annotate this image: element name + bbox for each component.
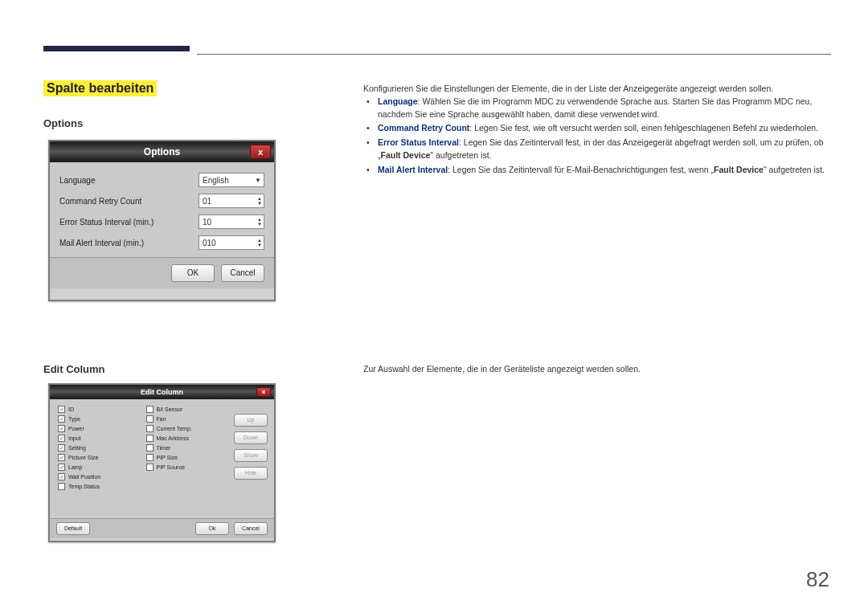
list-item[interactable]: ✓Picture Size <box>58 454 140 461</box>
checkbox[interactable]: ✓ <box>58 444 65 452</box>
bullet-error-status: Error Status Interval: Legen Sie das Zei… <box>378 137 829 162</box>
list-item[interactable]: ✓Input <box>58 435 140 442</box>
list-item-label: PIP Size <box>157 455 178 460</box>
list-item-label: PIP Source <box>157 464 185 470</box>
option-row-language: Language English▼ <box>59 170 264 190</box>
list-item-label: Type <box>68 416 80 422</box>
options-heading: Options <box>43 117 83 129</box>
editcolumn-dialog-title: Edit Column <box>141 388 183 396</box>
error-interval-spinner[interactable]: 10▲▼ <box>199 215 264 229</box>
ok-button[interactable]: OK <box>171 264 215 282</box>
list-item[interactable]: ✓Wall Position <box>58 473 140 480</box>
list-item[interactable]: Temp.Status <box>58 483 140 490</box>
list-item[interactable]: PIP Size <box>146 454 228 461</box>
list-item-label: Power <box>68 426 84 431</box>
editcolumn-list-left: ✓ID✓Type✓Power✓Input✓Setting✓Picture Siz… <box>58 406 140 515</box>
section-title: Spalte bearbeiten <box>43 80 157 96</box>
checkbox[interactable]: ✓ <box>58 464 65 471</box>
header-accent-bar <box>43 46 190 51</box>
list-item-label: Picture Size <box>68 455 98 460</box>
checkbox[interactable]: ✓ <box>58 406 65 413</box>
list-item[interactable]: Fan <box>146 415 228 423</box>
spinner-icon: ▲▼ <box>257 238 262 247</box>
checkbox[interactable] <box>146 435 154 442</box>
checkbox[interactable] <box>146 425 154 432</box>
list-item[interactable]: PIP Source <box>146 464 228 471</box>
chevron-down-icon: ▼ <box>255 177 261 184</box>
checkbox[interactable] <box>146 454 154 461</box>
editcolumn-heading: Edit Column <box>43 363 105 375</box>
list-item[interactable]: ✓Power <box>58 425 140 432</box>
checkbox[interactable] <box>146 444 154 452</box>
checkbox[interactable]: ✓ <box>58 435 65 442</box>
close-button[interactable]: x <box>250 145 271 159</box>
list-item-label: ID <box>68 407 74 412</box>
option-row-error-interval: Error Status Interval (min.) 10▲▼ <box>59 212 264 231</box>
page-number: 82 <box>806 567 829 592</box>
option-row-retry: Command Retry Count 01▲▼ <box>59 191 264 210</box>
list-item-label: Timer <box>157 445 171 451</box>
checkbox[interactable] <box>146 415 154 423</box>
bullet-language: Language: Wählen Sie die im Programm MDC… <box>378 96 829 121</box>
checkbox[interactable] <box>58 483 65 490</box>
list-item-label: B/I Sensor <box>157 407 183 412</box>
checkbox[interactable] <box>146 464 154 471</box>
retry-spinner[interactable]: 01▲▼ <box>199 194 264 208</box>
header-divider <box>197 54 831 55</box>
checkbox[interactable]: ✓ <box>58 415 65 423</box>
spinner-icon: ▲▼ <box>257 217 262 227</box>
list-item[interactable]: ✓Setting <box>58 444 140 452</box>
editcolumn-dialog: Edit Column x ✓ID✓Type✓Power✓Input✓Setti… <box>48 383 276 542</box>
options-intro: Konfigurieren Sie die Einstellungen der … <box>363 83 829 96</box>
mail-interval-spinner[interactable]: 010▲▼ <box>199 235 264 250</box>
editcolumn-titlebar: Edit Column x <box>50 385 274 399</box>
list-item-label: Lamp <box>68 464 83 470</box>
list-item[interactable]: Current Temp. <box>146 425 228 432</box>
editcolumn-list-right: B/I SensorFanCurrent Temp.Mac AddressTim… <box>146 406 228 515</box>
checkbox[interactable] <box>146 406 154 413</box>
bullet-command-retry: Command Retry Count: Legen Sie fest, wie… <box>378 122 829 135</box>
checkbox[interactable]: ✓ <box>58 425 65 432</box>
up-button[interactable]: Up <box>234 414 268 427</box>
close-button[interactable]: x <box>256 387 271 397</box>
cancel-button[interactable]: Cancel <box>234 522 268 535</box>
editcolumn-description: Zur Auswahl der Elemente, die in der Ger… <box>363 363 829 376</box>
list-item[interactable]: B/I Sensor <box>146 406 228 413</box>
list-item[interactable]: Mac Address <box>146 435 228 442</box>
options-dialog-titlebar: Options x <box>50 141 274 162</box>
list-item-label: Input <box>68 435 81 441</box>
option-row-mail-interval: Mail Alert Interval (min.) 010▲▼ <box>59 233 264 252</box>
down-button[interactable]: Down <box>234 431 268 444</box>
list-item-label: Temp.Status <box>68 484 100 489</box>
options-description: Konfigurieren Sie die Einstellungen der … <box>363 83 829 178</box>
list-item-label: Wall Position <box>68 474 100 480</box>
show-button[interactable]: Show <box>234 449 268 462</box>
language-dropdown[interactable]: English▼ <box>199 173 264 187</box>
ok-button[interactable]: Ok <box>195 522 229 535</box>
hide-button[interactable]: Hide <box>234 467 268 480</box>
list-item[interactable]: ✓Lamp <box>58 464 140 471</box>
editcolumn-move-buttons: Up Down Show Hide <box>234 406 268 515</box>
options-dialog: Options x Language English▼ Command Retr… <box>48 140 276 301</box>
bullet-mail-alert: Mail Alert Interval: Legen Sie das Zeiti… <box>378 164 829 177</box>
list-item-label: Setting <box>68 445 86 451</box>
default-button[interactable]: Default <box>56 522 90 535</box>
list-item[interactable]: Timer <box>146 444 228 452</box>
list-item-label: Current Temp. <box>157 426 192 431</box>
checkbox[interactable]: ✓ <box>58 473 65 480</box>
list-item[interactable]: ✓ID <box>58 406 140 413</box>
list-item-label: Mac Address <box>157 435 189 441</box>
list-item-label: Fan <box>157 416 166 422</box>
options-dialog-title: Options <box>144 146 180 157</box>
cancel-button[interactable]: Cancel <box>221 264 264 282</box>
spinner-icon: ▲▼ <box>257 196 262 206</box>
checkbox[interactable]: ✓ <box>58 454 65 461</box>
list-item[interactable]: ✓Type <box>58 415 140 423</box>
